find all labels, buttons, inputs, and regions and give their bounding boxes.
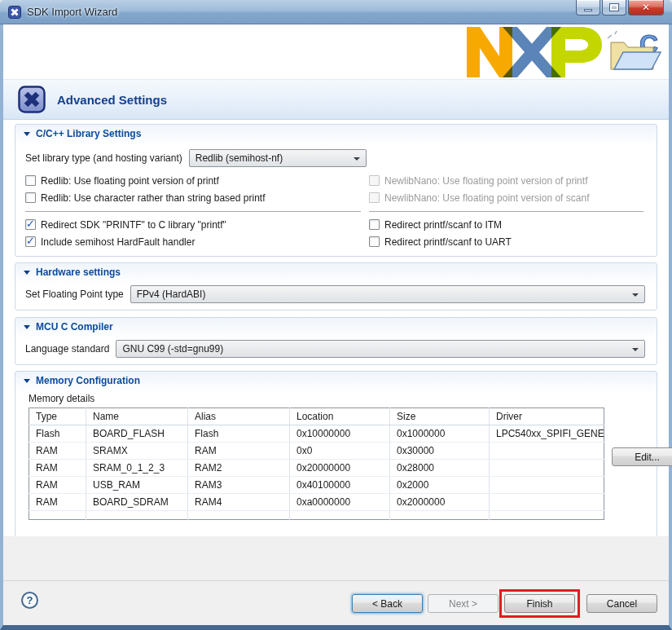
collapse-triangle-icon [24,379,30,383]
checkbox-box [369,192,380,203]
question-mark-icon: ? [27,594,33,606]
section-mcu-compiler: MCU C Compiler Language standard GNU C99… [15,317,657,365]
checkbox-redirect-uart[interactable]: Redirect printf/scanf to UART [369,233,647,250]
column-header-type[interactable]: Type [29,408,86,425]
mcuxpresso-x-icon [18,86,46,113]
checkbox-redirect-sdk-printf[interactable]: Redirect SDK "PRINTF" to C library "prin… [25,216,369,233]
window-title: SDK Import Wizard [27,6,117,18]
column-header-location[interactable]: Location [290,408,390,425]
collapse-triangle-icon [24,271,30,275]
checkbox-redlib-char-printf[interactable]: Redlib: Use character rather than string… [25,189,369,206]
floating-point-label: Set Floating Point type [25,289,124,300]
checkbox-box [369,236,380,247]
column-header-size[interactable]: Size [390,408,490,425]
table-row[interactable]: RAMBOARD_SDRAM RAM40xa0000000 0x2000000 [29,494,604,511]
maximize-button[interactable] [602,0,626,15]
next-button: Next > [428,594,499,613]
section-memory-configuration: Memory Configuration Memory details Type… [15,371,657,540]
minimize-button[interactable] [576,0,600,15]
table-row[interactable]: RAMSRAMX RAM0x0 0x30000 [29,443,604,460]
library-type-select[interactable]: Redlib (semihost-nf) [189,149,367,167]
checkbox-box-checked [25,236,36,247]
checkbox-semihost-hardfault[interactable]: Include semihost HardFault handler [25,233,369,250]
close-button[interactable]: ✕ [628,0,664,15]
table-row[interactable]: RAMUSB_RAM RAM30x40100000 0x2000 [29,477,604,494]
library-type-label: Set library type (and hosting variant) [25,152,182,164]
table-row[interactable]: FlashBOARD_FLASH Flash0x10000000 0x10000… [29,425,604,443]
section-library-settings: C/C++ Library Settings Set library type … [15,124,657,257]
memory-details-label: Memory details [29,391,647,406]
divider [3,580,669,581]
checkbox-newlibnano-float-printf: NewlibNano: Use floating point version o… [369,172,647,189]
section-toggle-memory[interactable]: Memory Configuration [15,372,657,390]
sdk-import-wizard-window: SDK Import Wizard ✕ C [0,0,672,630]
page-title: Advanced Settings [57,93,167,107]
section-toggle-library[interactable]: C/C++ Library Settings [15,125,657,143]
app-icon [8,6,21,19]
chevron-down-icon [632,348,639,351]
c-project-folder-icon: C [605,29,664,76]
checkbox-newlibnano-float-scanf: NewlibNano: Use floating point version o… [369,189,647,206]
cancel-button[interactable]: Cancel [586,594,657,613]
table-row[interactable]: RAMSRAM_0_1_2_3 RAM20x20000000 0x28000 [29,460,604,477]
divider [369,211,643,212]
content: C/C++ Library Settings Set library type … [3,120,669,536]
logo-strip: C [3,24,669,79]
chevron-down-icon [354,157,360,161]
back-button[interactable]: < Back [352,594,423,613]
chevron-down-icon [632,293,639,297]
checkbox-box [25,192,36,203]
help-button[interactable]: ? [21,592,38,609]
checkbox-box [369,219,380,230]
memory-table: Type Name Alias Location Size Driver Fla… [29,408,604,520]
nxp-logo [467,27,604,77]
column-header-alias[interactable]: Alias [188,408,290,425]
edit-button[interactable]: Edit... [612,447,672,466]
language-standard-select[interactable]: GNU C99 (-std=gnu99) [116,340,645,358]
checkbox-box [369,175,380,186]
section-toggle-compiler[interactable]: MCU C Compiler [15,318,657,336]
divider [25,211,361,212]
floating-point-select[interactable]: FPv4 (HardABI) [130,285,645,303]
checkbox-box [25,175,36,186]
column-header-driver[interactable]: Driver [490,408,604,425]
finish-button[interactable]: Finish [504,594,575,613]
checkbox-redlib-float-printf[interactable]: Redlib: Use floating point version of pr… [25,172,369,189]
collapse-triangle-icon [24,325,30,329]
section-hardware-settings: Hardware settings Set Floating Point typ… [15,262,657,311]
table-header-row: Type Name Alias Location Size Driver [29,408,604,425]
banner: Advanced Settings [3,79,669,120]
checkbox-redirect-itm[interactable]: Redirect printf/scanf to ITM [369,216,647,233]
table-empty-row [29,511,604,520]
footer: ? < Back Next > Finish Cancel [3,536,669,625]
checkbox-box-checked [25,219,36,230]
language-standard-label: Language standard [25,343,109,355]
maximize-icon [610,4,618,11]
column-header-name[interactable]: Name [86,408,188,425]
collapse-triangle-icon [24,132,30,136]
minimize-icon [584,9,592,11]
close-icon: ✕ [642,2,650,13]
titlebar[interactable]: SDK Import Wizard ✕ [0,0,672,24]
section-toggle-hardware[interactable]: Hardware settings [15,263,657,281]
